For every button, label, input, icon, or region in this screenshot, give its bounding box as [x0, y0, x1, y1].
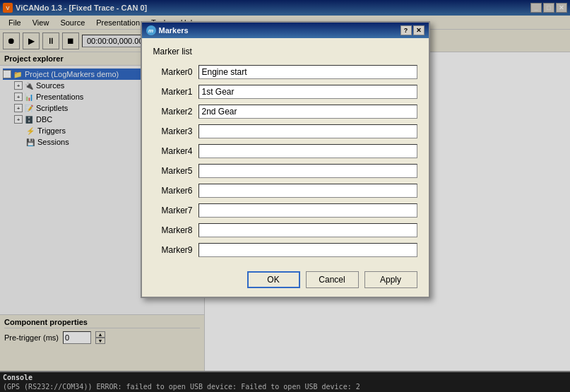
dialog-close-button[interactable]: ✕: [413, 25, 424, 35]
marker4-label: Marker4: [153, 146, 193, 156]
marker2-input[interactable]: [198, 105, 417, 119]
marker6-label: Marker6: [153, 186, 193, 196]
modal-overlay: m Markers ? ✕ Marker list Marker0 Marker…: [0, 0, 570, 392]
marker-row-1: Marker1: [153, 85, 417, 99]
dialog-body: Marker list Marker0 Marker1 Marker2 Mark…: [142, 38, 429, 266]
marker9-input[interactable]: [198, 243, 417, 257]
marker3-input[interactable]: [198, 124, 417, 138]
ok-button[interactable]: OK: [247, 271, 300, 288]
marker8-label: Marker8: [153, 225, 193, 235]
marker7-label: Marker7: [153, 206, 193, 215]
dialog-app-icon: m: [146, 25, 156, 35]
marker0-input[interactable]: [198, 65, 417, 79]
marker-row-8: Marker8: [153, 223, 417, 237]
dialog-title: Markers: [159, 26, 400, 35]
apply-button[interactable]: Apply: [364, 271, 417, 288]
marker-row-0: Marker0: [153, 65, 417, 79]
marker-row-9: Marker9: [153, 243, 417, 257]
marker0-label: Marker0: [153, 67, 193, 77]
marker5-label: Marker5: [153, 166, 193, 176]
marker-row-5: Marker5: [153, 164, 417, 178]
dialog-title-bar: m Markers ? ✕: [142, 23, 429, 38]
dialog-help-button[interactable]: ?: [400, 25, 412, 35]
cancel-button[interactable]: Cancel: [306, 271, 359, 288]
marker5-input[interactable]: [198, 164, 417, 178]
marker3-label: Marker3: [153, 126, 193, 136]
marker-row-7: Marker7: [153, 203, 417, 218]
marker-row-3: Marker3: [153, 124, 417, 138]
marker9-label: Marker9: [153, 245, 193, 255]
marker-row-4: Marker4: [153, 144, 417, 158]
dialog-title-buttons: ? ✕: [400, 25, 424, 35]
markers-dialog: m Markers ? ✕ Marker list Marker0 Marker…: [141, 21, 430, 298]
marker4-input[interactable]: [198, 144, 417, 158]
marker8-input[interactable]: [198, 223, 417, 237]
marker6-input[interactable]: [198, 184, 417, 198]
marker7-input[interactable]: [198, 203, 417, 218]
marker1-label: Marker1: [153, 87, 193, 97]
marker2-label: Marker2: [153, 107, 193, 117]
marker-row-6: Marker6: [153, 184, 417, 198]
dialog-footer: OK Cancel Apply: [142, 266, 429, 297]
marker-list-label: Marker list: [153, 47, 417, 57]
marker1-input[interactable]: [198, 85, 417, 99]
marker-row-2: Marker2: [153, 105, 417, 119]
